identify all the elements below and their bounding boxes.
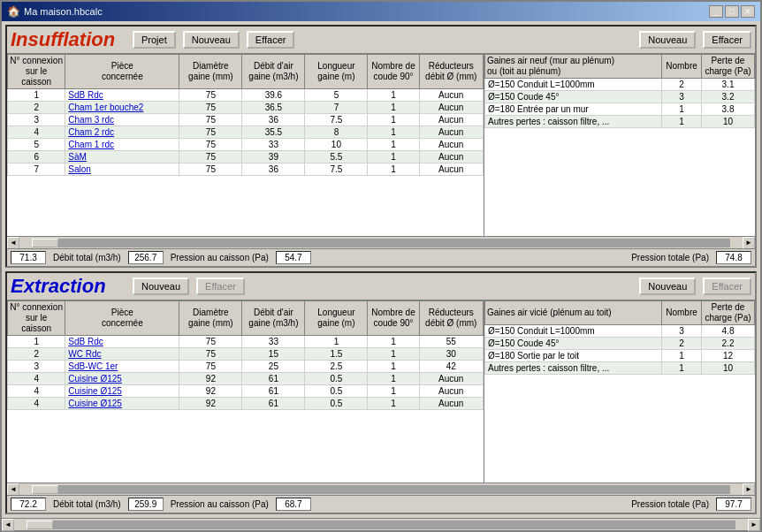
cell-diam: 75 [179, 348, 242, 361]
extraction-footer: 72.2 Débit total (m3/h) 259.9 Pression a… [7, 495, 755, 513]
cell-gaine: Ø=180 Sortie par le toit [485, 350, 662, 362]
cell-piece[interactable]: SdB Rdc [65, 336, 179, 348]
th-connexion: N° connexionsur le caisson [8, 55, 65, 89]
ex-scroll-thumb[interactable] [32, 485, 58, 494]
cell-long: 0.5 [305, 373, 368, 385]
table-row: Autres pertes : caisson filtre, ... 1 10 [485, 116, 755, 128]
cell-piece[interactable]: WC Rdc [65, 348, 179, 361]
table-row: 6 SàM 75 39 5.5 1 Aucun [8, 151, 484, 163]
extraction-value3: 68.7 [276, 498, 311, 511]
insufflation-nouveau2-button[interactable]: Nouveau [639, 31, 696, 49]
insufflation-value2: 256.7 [128, 251, 164, 264]
extraction-scrollbar[interactable]: ◄ ► [7, 483, 755, 495]
cell-debit: 33 [242, 336, 305, 348]
ex-scroll-left-arrow[interactable]: ◄ [7, 483, 19, 496]
th-nombre-ex: Nombre [662, 301, 702, 325]
bottom-scroll-track [27, 521, 735, 529]
cell-perte: 2.2 [702, 338, 755, 350]
cell-red: Aucun [419, 163, 484, 176]
cell-long: 0.5 [305, 385, 368, 398]
cell-diam: 75 [179, 163, 242, 176]
cell-coude: 1 [368, 114, 419, 126]
cell-piece[interactable]: Cham 2 rdc [65, 126, 179, 139]
table-row: 4 Cuisine Ø125 92 61 0.5 1 Aucun [8, 398, 484, 410]
cell-gaine: Ø=150 Coude 45° [485, 338, 662, 350]
cell-num: 4 [8, 373, 65, 385]
th-gaines: Gaines air neuf (mur au plénum)ou (toit … [485, 55, 662, 79]
cell-diam: 75 [179, 151, 242, 163]
scroll-left-arrow[interactable]: ◄ [7, 237, 19, 249]
extraction-nouveau2-button[interactable]: Nouveau [639, 277, 696, 295]
extraction-left-table-wrap: N° connexionsur le caisson Pièceconcerné… [7, 300, 484, 483]
cell-coude: 1 [368, 102, 419, 114]
insufflation-effacer1-button[interactable]: Effacer [247, 31, 295, 49]
insufflation-effacer2-button[interactable]: Effacer [703, 31, 751, 49]
extraction-left-header-row: N° connexionsur le caisson Pièceconcerné… [8, 301, 484, 336]
cell-debit: 36.5 [242, 102, 305, 114]
cell-red: Aucun [419, 114, 484, 126]
cell-diam: 75 [179, 114, 242, 126]
insufflation-scrollbar[interactable]: ◄ ► [7, 236, 755, 248]
cell-piece[interactable]: Cuisine Ø125 [65, 398, 179, 410]
extraction-nouveau1-button[interactable]: Nouveau [133, 277, 189, 295]
table-row: 5 Cham 1 rdc 75 33 10 1 Aucun [8, 139, 484, 151]
cell-red: Aucun [419, 126, 484, 139]
cell-num: 7 [8, 163, 65, 176]
extraction-effacer1-button[interactable]: Effacer [196, 277, 245, 295]
bottom-scroll-left[interactable]: ◄ [2, 519, 14, 531]
table-row: 4 Cham 2 rdc 75 35.5 8 1 Aucun [8, 126, 484, 139]
close-button[interactable]: ✕ [741, 5, 755, 18]
insufflation-header: Insufflation Projet Nouveau Effacer Nouv… [7, 27, 755, 54]
cell-num: 4 [8, 126, 65, 139]
cell-perte: 3.8 [702, 103, 755, 116]
cell-diam: 75 [179, 139, 242, 151]
cell-nombre: 1 [662, 362, 702, 375]
cell-piece[interactable]: Cuisine Ø125 [65, 385, 179, 398]
ex-scroll-right-arrow[interactable]: ► [743, 483, 755, 496]
insufflation-label2: Pression au caisson (Pa) [171, 253, 269, 262]
cell-coude: 1 [368, 398, 419, 410]
th-connexion-ex: N° connexionsur le caisson [8, 301, 65, 336]
extraction-title: Extraction [11, 275, 126, 298]
scroll-thumb[interactable] [32, 239, 58, 247]
insufflation-right-scroll: Gaines air neuf (mur au plénum)ou (toit … [484, 54, 755, 236]
cell-red: Aucun [419, 398, 484, 410]
cell-piece[interactable]: SdB-WC 1er [65, 361, 179, 373]
bottom-scroll-right[interactable]: ► [748, 519, 760, 531]
cell-num: 3 [8, 114, 65, 126]
cell-piece[interactable]: SdB Rdc [65, 89, 179, 102]
cell-long: 7.5 [305, 114, 368, 126]
cell-debit: 25 [242, 361, 305, 373]
cell-piece[interactable]: Cham 1er bouche2 [65, 102, 179, 114]
th-gaines-ex: Gaines air vicié (plénum au toit) [485, 301, 662, 325]
insufflation-footer: 71.3 Débit total (m3/h) 256.7 Pression a… [7, 248, 755, 266]
minimize-button[interactable]: _ [709, 5, 723, 18]
table-row: 3 SdB-WC 1er 75 25 2.5 1 42 [8, 361, 484, 373]
extraction-effacer2-button[interactable]: Effacer [703, 277, 751, 295]
cell-piece[interactable]: SàM [65, 151, 179, 163]
extraction-right-scroll: Gaines air vicié (plénum au toit) Nombre… [484, 300, 755, 483]
cell-perte: 10 [702, 116, 755, 128]
cell-coude: 1 [368, 361, 419, 373]
th-coude: Nombre decoude 90° [368, 55, 419, 89]
scroll-right-arrow[interactable]: ► [743, 237, 755, 249]
insufflation-projet-button[interactable]: Projet [133, 31, 176, 49]
bottom-scroll-thumb[interactable] [27, 521, 53, 529]
extraction-right-table-wrap: Gaines air vicié (plénum au toit) Nombre… [484, 300, 755, 483]
cell-piece[interactable]: Cham 3 rdc [65, 114, 179, 126]
cell-nombre: 1 [662, 350, 702, 362]
extraction-value2: 259.9 [128, 498, 164, 511]
th-piece: Pièceconcernée [65, 55, 179, 89]
insufflation-nouveau1-button[interactable]: Nouveau [183, 31, 240, 49]
cell-piece[interactable]: Cham 1 rdc [65, 139, 179, 151]
cell-long: 1.5 [305, 348, 368, 361]
maximize-button[interactable]: □ [725, 5, 739, 18]
cell-long: 2.5 [305, 361, 368, 373]
extraction-label-right: Pression totale (Pa) [631, 499, 709, 509]
bottom-scrollbar[interactable]: ◄ ► [2, 518, 760, 530]
th-piece-ex: Pièceconcernée [65, 301, 179, 336]
cell-num: 1 [8, 336, 65, 348]
cell-coude: 1 [368, 348, 419, 361]
cell-piece[interactable]: Salon [65, 163, 179, 176]
cell-piece[interactable]: Cuisine Ø125 [65, 373, 179, 385]
